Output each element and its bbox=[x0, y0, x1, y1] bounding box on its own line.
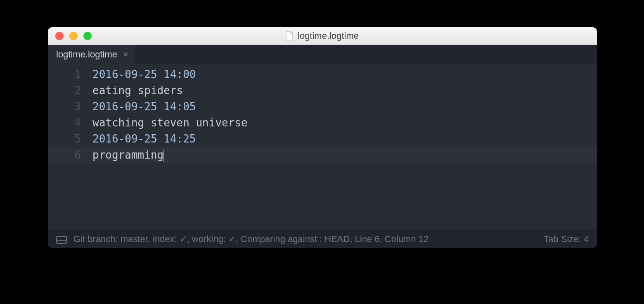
editor-area[interactable]: 12016-09-25 14:002eating spiders32016-09… bbox=[48, 64, 597, 230]
line-number: 1 bbox=[48, 66, 92, 83]
line-content[interactable]: programming bbox=[92, 147, 164, 163]
line-content[interactable]: 2016-09-25 14:25 bbox=[92, 131, 196, 147]
line-number: 5 bbox=[48, 131, 92, 147]
svg-rect-0 bbox=[57, 237, 66, 243]
tab-size-indicator[interactable]: Tab Size: 4 bbox=[544, 234, 589, 245]
panel-layout-icon[interactable] bbox=[56, 235, 67, 243]
line-number: 4 bbox=[48, 115, 92, 131]
editor-line[interactable]: 4watching steven universe bbox=[48, 115, 597, 131]
timestamp-text: 2016-09-25 14:05 bbox=[92, 100, 196, 113]
tab-bar: logtime.logtime × bbox=[48, 45, 597, 64]
tab-label: logtime.logtime bbox=[56, 49, 117, 60]
line-content[interactable]: watching steven universe bbox=[92, 115, 248, 131]
editor-window: logtime.logtime logtime.logtime × 12016-… bbox=[48, 27, 597, 248]
timestamp-text: 2016-09-25 14:25 bbox=[92, 133, 196, 145]
editor-line[interactable]: 52016-09-25 14:25 bbox=[48, 131, 597, 147]
plain-text: eating spiders bbox=[92, 84, 183, 97]
minimize-window-button[interactable] bbox=[69, 32, 78, 40]
document-icon bbox=[286, 31, 294, 40]
editor-line[interactable]: 6programming bbox=[48, 147, 597, 163]
close-tab-icon[interactable]: × bbox=[123, 50, 128, 59]
editor-line[interactable]: 12016-09-25 14:00 bbox=[48, 66, 597, 83]
line-number: 6 bbox=[48, 147, 92, 163]
editor-line[interactable]: 32016-09-25 14:05 bbox=[48, 99, 597, 115]
line-number: 2 bbox=[48, 83, 92, 99]
tab-size-text: Tab Size: 4 bbox=[544, 234, 589, 244]
timestamp-text: 2016-09-25 14:00 bbox=[92, 68, 196, 81]
status-bar: Git branch: master, index: ✓, working: ✓… bbox=[48, 230, 597, 248]
line-number: 3 bbox=[48, 99, 92, 115]
zoom-window-button[interactable] bbox=[83, 32, 92, 40]
window-title: logtime.logtime bbox=[48, 31, 597, 41]
status-text: Git branch: master, index: ✓, working: ✓… bbox=[73, 234, 429, 245]
close-window-button[interactable] bbox=[55, 32, 64, 40]
tab-logtime[interactable]: logtime.logtime × bbox=[48, 45, 135, 64]
line-content[interactable]: 2016-09-25 14:05 bbox=[92, 99, 196, 115]
window-title-text: logtime.logtime bbox=[298, 31, 359, 41]
plain-text: watching steven universe bbox=[92, 116, 248, 129]
editor-line[interactable]: 2eating spiders bbox=[48, 83, 597, 99]
line-content[interactable]: eating spiders bbox=[92, 83, 183, 99]
status-left: Git branch: master, index: ✓, working: ✓… bbox=[56, 234, 536, 245]
text-cursor bbox=[163, 150, 164, 162]
titlebar: logtime.logtime bbox=[48, 27, 597, 45]
line-content[interactable]: 2016-09-25 14:00 bbox=[92, 66, 196, 83]
plain-text: programming bbox=[92, 149, 163, 161]
traffic-lights bbox=[55, 32, 92, 40]
